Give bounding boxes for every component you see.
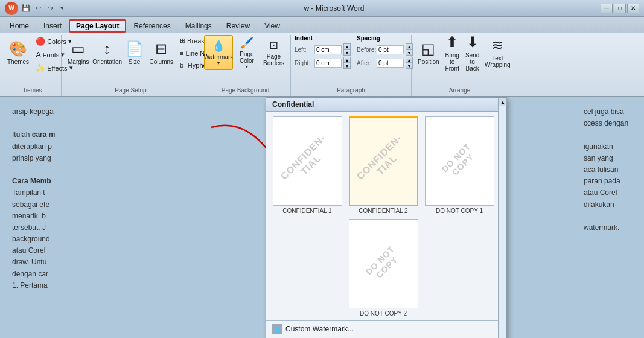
close-button[interactable]: ✕ xyxy=(627,4,639,13)
watermark-thumb-conf1: CONFIDEN-TIAL xyxy=(273,116,342,206)
watermark-button[interactable]: 💧 Watermark ▾ xyxy=(204,35,233,70)
watermark-item-conf1[interactable]: CONFIDEN-TIAL CONFIDENTIAL 1 xyxy=(271,116,343,214)
send-back-icon: ⬇ xyxy=(467,34,479,51)
tab-view[interactable]: View xyxy=(257,19,287,33)
page-color-dropdown-icon: ▾ xyxy=(246,64,248,69)
indent-right-down[interactable]: ▼ xyxy=(343,63,351,69)
watermark-text-dnc2: DO NOTCOPY xyxy=(363,244,403,283)
watermark-panel: Confidential CONFIDEN-TIAL CONFIDENTIAL … xyxy=(266,97,507,338)
page-color-icon: 🖌️ xyxy=(240,36,253,49)
page-color-button[interactable]: 🖌️ Page Color ▾ xyxy=(234,35,260,70)
position-icon: ◱ xyxy=(421,40,435,57)
title-bar: W 💾 ↩ ↪ ▾ w - Microsoft Word ─ □ ✕ xyxy=(0,0,644,17)
watermark-text-dnc1: DO NOTCOPY xyxy=(439,141,479,180)
indent-left-input[interactable] xyxy=(314,45,342,54)
scroll-up-arrow[interactable]: ▲ xyxy=(499,98,507,106)
tab-insert[interactable]: Insert xyxy=(36,19,69,33)
ribbon-tab-bar: Home Insert Page Layout References Maili… xyxy=(0,17,644,33)
window-title: w - Microsoft Word xyxy=(68,4,601,13)
page-setup-group: ▭ Margins ↕ Orientation 📄 Size ⊟ Columns xyxy=(62,35,200,96)
doc-para1: arsip kepega xyxy=(12,106,253,118)
size-icon: 📄 xyxy=(126,40,144,57)
dropdown-button[interactable]: ▾ xyxy=(57,3,68,14)
doc-right-p2: igunakansan yangaca tulisanparan padaata… xyxy=(584,141,632,211)
hyphenation-icon: b‐ xyxy=(180,62,186,69)
doc-cara-heading: Cara Memb xyxy=(12,176,253,187)
orientation-icon: ↕ xyxy=(104,40,111,57)
watermark-item-conf2[interactable]: CONFIDEN-TIAL CONFIDENTIAL 2 xyxy=(347,116,419,214)
text-wrap-icon: ≋ xyxy=(491,37,503,54)
office-button[interactable]: W xyxy=(5,2,18,15)
position-button[interactable]: ◱ Position xyxy=(415,35,442,70)
size-button[interactable]: 📄 Size xyxy=(123,35,146,70)
spacing-before-row: Before: ▲ ▼ xyxy=(357,43,413,56)
columns-button[interactable]: ⊟ Columns xyxy=(147,35,176,70)
spacing-label: Spacing xyxy=(357,35,413,42)
tab-review[interactable]: Review xyxy=(219,19,257,33)
tab-mailings[interactable]: Mailings xyxy=(178,19,219,33)
arrange-group-label: Arrange xyxy=(412,87,508,94)
bring-to-front-button[interactable]: ⬆ Bring to Front xyxy=(443,35,462,70)
watermark-dropdown-icon: ▾ xyxy=(217,60,220,66)
text-wrapping-button[interactable]: ≋ Text Wrapping xyxy=(483,35,512,70)
spacing-after-input[interactable] xyxy=(377,59,404,68)
spacing-before-label: Before: xyxy=(357,46,375,53)
indent-left-row: Left: ▲ ▼ xyxy=(295,43,351,56)
doc-right-p1: cel juga bisaccess dengan xyxy=(584,106,632,129)
redo-button[interactable]: ↪ xyxy=(45,3,56,14)
send-to-back-button[interactable]: ⬇ Send to Back xyxy=(463,35,482,70)
page-setup-group-label: Page Setup xyxy=(62,87,200,94)
save-button[interactable]: 💾 xyxy=(21,3,31,14)
watermark-row2: DO NOTCOPY DO NOT COPY 2 xyxy=(266,219,506,320)
tab-references[interactable]: References xyxy=(126,19,177,33)
watermark-label-dnc2: DO NOT COPY 2 xyxy=(360,310,407,317)
page-background-content: 💧 Watermark ▾ 🖌️ Page Color ▾ ⊡ Page Bor… xyxy=(204,35,287,81)
page-borders-icon: ⊡ xyxy=(269,39,278,52)
arrange-group: ◱ Position ⬆ Bring to Front ⬇ Send to Ba… xyxy=(412,35,508,96)
columns-icon: ⊟ xyxy=(155,40,167,57)
themes-group: 🎨 Themes 🔴 Colors ▾ A Fonts ▾ ✨ xyxy=(1,35,62,96)
bring-front-icon: ⬆ xyxy=(446,34,458,51)
doc-cara-body: Tampilan tsebagai efemenarik, btersebut.… xyxy=(12,187,253,292)
spacing-before-input[interactable] xyxy=(377,45,404,54)
page-borders-button[interactable]: ⊡ Page Borders xyxy=(261,35,287,70)
margins-button[interactable]: ▭ Margins xyxy=(65,35,92,70)
indent-right-row: Right: ▲ ▼ xyxy=(295,57,351,69)
indent-section: Indent Left: ▲ ▼ Right: ▲ xyxy=(295,35,351,70)
watermark-text-conf1: CONFIDEN-TIAL xyxy=(279,133,336,190)
watermark-thumb-dnc2: DO NOTCOPY xyxy=(349,219,418,308)
undo-button[interactable]: ↩ xyxy=(33,3,43,14)
watermark-thumb-conf2: CONFIDEN-TIAL xyxy=(349,116,418,206)
indent-right-up[interactable]: ▲ xyxy=(343,57,351,63)
fonts-icon: A xyxy=(36,50,41,59)
scroll-track[interactable] xyxy=(499,106,506,338)
themes-button[interactable]: 🎨 Themes xyxy=(5,35,31,70)
tab-home[interactable]: Home xyxy=(2,19,36,33)
tab-page-layout[interactable]: Page Layout xyxy=(69,19,126,33)
doc-right-p3: watermark. xyxy=(584,222,632,234)
maximize-button[interactable]: □ xyxy=(614,4,626,13)
watermark-item-dnc1[interactable]: DO NOTCOPY DO NOT COPY 1 xyxy=(423,116,496,214)
custom-watermark-icon: 💧 xyxy=(272,324,282,334)
custom-watermark-label: Custom Watermark... xyxy=(285,325,354,333)
watermark-item-dnc2[interactable]: DO NOTCOPY DO NOT COPY 2 xyxy=(271,219,496,317)
ribbon-content: 🎨 Themes 🔴 Colors ▾ A Fonts ▾ ✨ xyxy=(0,33,644,96)
colors-icon: 🔴 xyxy=(36,37,45,46)
indent-right-label: Right: xyxy=(295,60,313,66)
watermark-menu-items: 💧 Custom Watermark... ✕ Remove Watermark… xyxy=(266,320,506,338)
indent-left-up[interactable]: ▲ xyxy=(343,43,351,49)
orientation-button[interactable]: ↕ Orientation xyxy=(93,35,122,70)
effects-icon: ✨ xyxy=(36,63,45,72)
indent-right-input[interactable] xyxy=(314,59,342,68)
watermark-label-dnc1: DO NOT COPY 1 xyxy=(436,208,483,214)
paragraph-group: Indent Left: ▲ ▼ Right: ▲ xyxy=(291,35,412,96)
doc-left: arsip kepega Itulah cara mditerapkan ppr… xyxy=(0,97,266,338)
indent-left-down[interactable]: ▼ xyxy=(343,49,351,56)
spacing-after-label: After: xyxy=(357,60,375,66)
doc-para2: Itulah cara mditerapkan pprinsip yang xyxy=(12,129,253,164)
spacing-section: Spacing Before: ▲ ▼ After: ▲ xyxy=(357,35,413,70)
quick-access-toolbar: 💾 ↩ ↪ ▾ xyxy=(21,3,68,14)
indent-label: Indent xyxy=(295,35,351,42)
minimize-button[interactable]: ─ xyxy=(601,4,613,13)
custom-watermark-item[interactable]: 💧 Custom Watermark... xyxy=(266,321,506,337)
